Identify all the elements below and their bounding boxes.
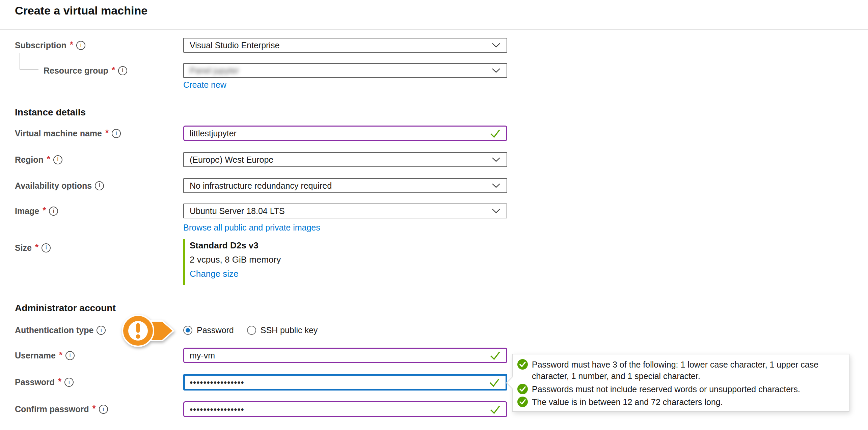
image-label: Image * i (15, 204, 58, 218)
success-check-icon (517, 359, 528, 370)
image-value: Ubuntu Server 18.04 LTS (190, 206, 285, 216)
page-title: Create a virtual machine (15, 4, 147, 17)
resource-group-value-redacted: Panel jupyter (190, 66, 239, 76)
confirm-password-label-text: Confirm password (15, 404, 89, 414)
success-check-icon (517, 397, 528, 407)
required-marker: * (59, 350, 62, 360)
info-icon[interactable]: i (95, 181, 104, 190)
required-marker: * (43, 205, 46, 216)
resource-group-dropdown[interactable]: Panel jupyter (183, 63, 507, 78)
success-check-icon (517, 384, 528, 394)
administrator-account-heading: Administrator account (15, 303, 116, 314)
info-icon[interactable]: i (42, 243, 51, 252)
password-input[interactable]: •••••••••••••••• (183, 374, 507, 391)
confirm-password-input[interactable]: •••••••••••••••• (183, 401, 507, 417)
info-icon[interactable]: i (76, 41, 85, 50)
radio-password-label: Password (197, 325, 234, 335)
info-icon[interactable]: i (64, 378, 74, 387)
radio-selected-icon[interactable] (183, 326, 192, 335)
availability-options-dropdown[interactable]: No infrastructure redundancy required (183, 178, 507, 193)
info-icon[interactable]: i (99, 405, 108, 414)
chevron-down-icon (492, 68, 500, 73)
authentication-type-options: Password SSH public key (183, 323, 318, 338)
info-icon[interactable]: i (97, 326, 106, 335)
image-dropdown[interactable]: Ubuntu Server 18.04 LTS (183, 204, 507, 218)
info-icon[interactable]: i (112, 129, 121, 138)
info-icon[interactable]: i (65, 351, 75, 360)
subscription-value: Visual Studio Enterprise (190, 41, 279, 50)
chevron-down-icon (492, 183, 500, 188)
username-label: Username * i (15, 348, 75, 363)
chevron-down-icon (492, 157, 500, 162)
region-dropdown[interactable]: (Europe) West Europe (183, 152, 507, 167)
username-input[interactable]: my-vm (183, 348, 507, 363)
region-value: (Europe) West Europe (190, 155, 273, 165)
valid-check-icon (489, 405, 501, 414)
password-label-text: Password (15, 377, 55, 387)
radio-option-password[interactable]: Password (183, 325, 234, 335)
authentication-type-label-text: Authentication type (15, 325, 93, 335)
password-masked-value: •••••••••••••••• (190, 377, 244, 388)
valid-check-icon (489, 351, 501, 360)
availability-options-label-text: Availability options (15, 181, 92, 191)
subscription-label: Subscription * i (15, 38, 85, 53)
radio-unselected-icon[interactable] (247, 326, 256, 335)
password-requirement-text: The value is in between 12 and 72 charac… (532, 396, 723, 408)
username-label-text: Username (15, 351, 56, 360)
info-icon[interactable]: i (118, 66, 127, 75)
resource-group-label: Resource group * i (44, 63, 127, 78)
instance-details-heading: Instance details (15, 107, 86, 118)
required-marker: * (58, 376, 61, 387)
subscription-dropdown[interactable]: Visual Studio Enterprise (183, 38, 507, 53)
confirm-password-label: Confirm password * i (15, 402, 108, 416)
required-marker: * (92, 403, 96, 414)
change-size-link[interactable]: Change size (190, 269, 239, 279)
password-requirement-text: Password must have 3 of the following: 1… (532, 359, 841, 382)
password-requirement-item: Password must have 3 of the following: 1… (517, 359, 843, 382)
resource-group-label-text: Resource group (44, 66, 108, 76)
required-marker: * (70, 39, 73, 50)
confirm-password-masked-value: •••••••••••••••• (190, 404, 244, 415)
valid-check-icon (489, 378, 500, 387)
header-divider (0, 29, 868, 30)
password-requirement-item: Passwords must not include reserved word… (517, 383, 843, 395)
size-label: Size * i (15, 240, 51, 255)
password-requirements-tooltip: Password must have 3 of the following: 1… (512, 354, 849, 412)
region-label-text: Region (15, 155, 44, 165)
create-new-link[interactable]: Create new (183, 80, 226, 90)
valid-check-icon (489, 129, 501, 138)
info-icon[interactable]: i (53, 155, 62, 164)
password-label: Password * i (15, 375, 74, 389)
availability-options-label: Availability options i (15, 178, 104, 193)
required-marker: * (47, 154, 50, 164)
info-icon[interactable]: i (49, 207, 58, 216)
vm-name-input[interactable]: littlestjupyter (183, 126, 507, 141)
warning-annotation-arrow-icon (119, 312, 177, 350)
radio-ssh-label: SSH public key (261, 325, 318, 335)
size-name: Standard D2s v3 (190, 240, 259, 251)
size-accent-bar (183, 239, 185, 285)
tree-connector-vertical (20, 53, 20, 70)
browse-images-link[interactable]: Browse all public and private images (183, 223, 320, 233)
region-label: Region * i (15, 152, 62, 167)
chevron-down-icon (492, 43, 500, 48)
tree-connector-horizontal (20, 69, 38, 70)
required-marker: * (112, 65, 115, 75)
size-specs: 2 vcpus, 8 GiB memory (190, 254, 281, 265)
size-label-text: Size (15, 243, 32, 253)
required-marker: * (35, 242, 38, 252)
availability-options-value: No infrastructure redundancy required (190, 181, 332, 191)
authentication-type-label: Authentication type i (15, 323, 106, 338)
password-requirement-item: The value is in between 12 and 72 charac… (517, 396, 843, 408)
username-value: my-vm (190, 351, 215, 360)
vm-name-label: Virtual machine name * i (15, 126, 121, 141)
chevron-down-icon (492, 209, 500, 214)
radio-option-ssh-public-key[interactable]: SSH public key (247, 325, 318, 335)
password-requirement-text: Passwords must not include reserved word… (532, 383, 800, 395)
image-label-text: Image (15, 206, 39, 216)
vm-name-label-text: Virtual machine name (15, 129, 102, 138)
subscription-label-text: Subscription (15, 41, 66, 50)
required-marker: * (105, 128, 109, 138)
vm-name-value: littlestjupyter (190, 129, 237, 138)
